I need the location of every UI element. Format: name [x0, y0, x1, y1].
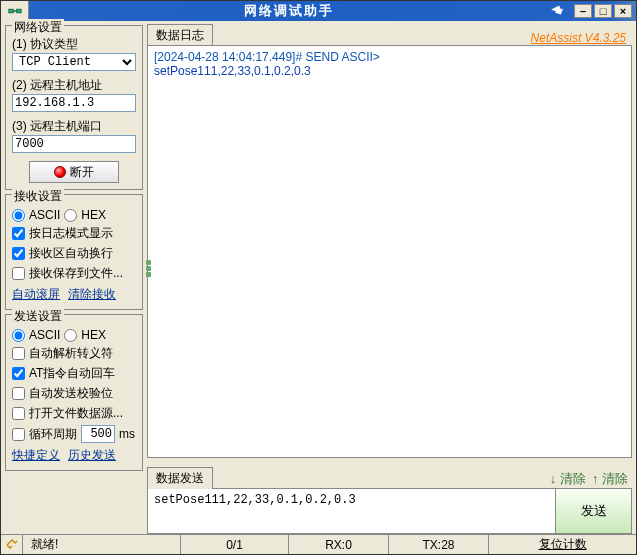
- disconnect-button[interactable]: 断开: [29, 161, 119, 183]
- svg-rect-1: [16, 9, 20, 13]
- disconnect-label: 断开: [70, 164, 94, 181]
- window-controls: – □ ×: [548, 4, 636, 18]
- log-tabs: 数据日志 NetAssist V4.3.25: [147, 25, 632, 45]
- network-settings-group: 网络设置 (1) 协议类型 TCP Client (2) 远程主机地址 (3) …: [5, 25, 143, 190]
- tab-datalog[interactable]: 数据日志: [147, 24, 213, 46]
- reset-count-link[interactable]: 复位计数: [489, 535, 636, 554]
- status-ready: 就绪!: [23, 535, 181, 554]
- status-bar: 就绪! 0/1 RX:0 TX:28 复位计数: [1, 534, 636, 554]
- group-title: 接收设置: [12, 188, 64, 205]
- log-line: setPose111,22,33,0.1,0.2,0.3: [154, 64, 625, 78]
- send-cycle-check[interactable]: 循环周期: [12, 426, 77, 443]
- send-hex-radio[interactable]: HEX: [64, 328, 106, 342]
- send-button[interactable]: 发送: [555, 489, 631, 533]
- recv-autowrap-check[interactable]: 接收区自动换行: [12, 245, 113, 262]
- window-title: 网络调试助手: [29, 2, 548, 20]
- protocol-select[interactable]: TCP Client: [12, 53, 136, 71]
- send-escape-check[interactable]: 自动解析转义符: [12, 345, 113, 362]
- recv-hex-radio[interactable]: HEX: [64, 208, 106, 222]
- hsplitter[interactable]: [147, 458, 632, 466]
- recv-savefile-check[interactable]: 接收保存到文件...: [12, 265, 123, 282]
- pin-icon[interactable]: [548, 4, 568, 18]
- minimize-button[interactable]: –: [574, 4, 592, 18]
- cycle-input[interactable]: [81, 425, 115, 443]
- status-rx: RX:0: [289, 535, 389, 554]
- right-panel: 数据日志 NetAssist V4.3.25 [2024-04-28 14:04…: [147, 25, 632, 534]
- port-input[interactable]: [12, 135, 136, 153]
- send-checksum-check[interactable]: 自动发送校验位: [12, 385, 113, 402]
- brand-link[interactable]: NetAssist V4.3.25: [531, 31, 632, 45]
- shortcut-link[interactable]: 快捷定义: [12, 447, 60, 464]
- send-panel: 数据发送 ↓ 清除 ↑ 清除 setPose111,22,33,0.1,0.2,…: [147, 466, 632, 534]
- tab-datasend[interactable]: 数据发送: [147, 467, 213, 489]
- host-input[interactable]: [12, 94, 136, 112]
- left-panel: 网络设置 (1) 协议类型 TCP Client (2) 远程主机地址 (3) …: [5, 25, 143, 534]
- vsplitter-grip[interactable]: [146, 260, 151, 277]
- history-link[interactable]: 历史发送: [68, 447, 116, 464]
- clear-recv-link[interactable]: 清除接收: [68, 286, 116, 303]
- send-settings-group: 发送设置 ASCII HEX 自动解析转义符 AT指令自动回车 自动发送校验位 …: [5, 314, 143, 471]
- main-body: 网络设置 (1) 协议类型 TCP Client (2) 远程主机地址 (3) …: [1, 21, 636, 534]
- svg-rect-0: [8, 9, 12, 13]
- title-bar: 网络调试助手 – □ ×: [1, 1, 636, 21]
- status-tx: TX:28: [389, 535, 489, 554]
- record-icon: [54, 166, 66, 178]
- protocol-label: (1) 协议类型: [12, 36, 136, 53]
- close-button[interactable]: ×: [614, 4, 632, 18]
- clear-up-button[interactable]: ↑ 清除: [592, 470, 628, 488]
- status-icon: [1, 535, 23, 554]
- app-window: 网络调试助手 – □ × 网络设置 (1) 协议类型 TCP Client (2…: [0, 0, 637, 555]
- port-label: (3) 远程主机端口: [12, 118, 136, 135]
- log-line: [2024-04-28 14:04:17.449]# SEND ASCII>: [154, 50, 625, 64]
- recv-settings-group: 接收设置 ASCII HEX 按日志模式显示 接收区自动换行 接收保存到文件..…: [5, 194, 143, 310]
- group-title: 发送设置: [12, 308, 64, 325]
- group-title: 网络设置: [12, 19, 64, 36]
- send-input[interactable]: setPose111,22,33,0.1,0.2,0.3: [148, 489, 555, 533]
- send-ascii-radio[interactable]: ASCII: [12, 328, 60, 342]
- autoscroll-link[interactable]: 自动滚屏: [12, 286, 60, 303]
- recv-ascii-radio[interactable]: ASCII: [12, 208, 60, 222]
- recv-logmode-check[interactable]: 按日志模式显示: [12, 225, 113, 242]
- host-label: (2) 远程主机地址: [12, 77, 136, 94]
- ms-label: ms: [119, 427, 135, 441]
- send-filesrc-check[interactable]: 打开文件数据源...: [12, 405, 123, 422]
- status-count: 0/1: [181, 535, 289, 554]
- app-icon: [1, 1, 29, 21]
- clear-down-button[interactable]: ↓ 清除: [550, 470, 586, 488]
- log-textarea[interactable]: [2024-04-28 14:04:17.449]# SEND ASCII> s…: [147, 45, 632, 458]
- send-at-check[interactable]: AT指令自动回车: [12, 365, 115, 382]
- maximize-button[interactable]: □: [594, 4, 612, 18]
